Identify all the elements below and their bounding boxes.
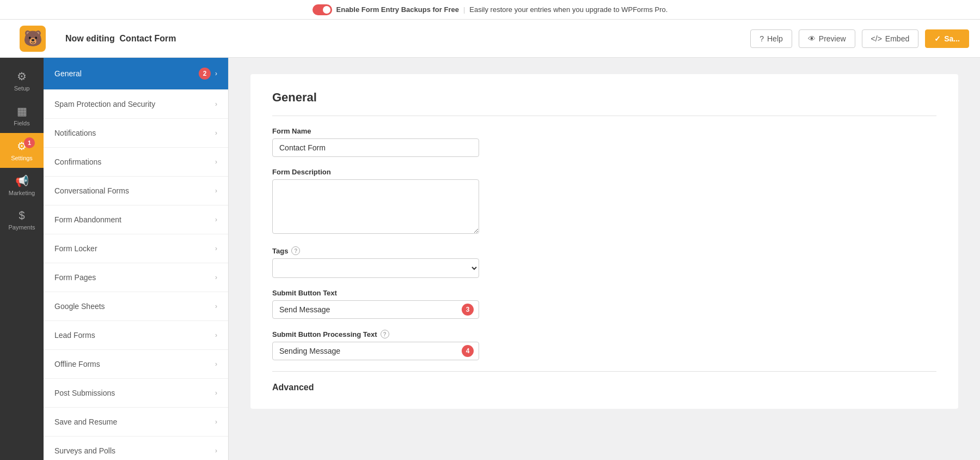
banner-description: Easily restore your entries when you upg… [469, 5, 667, 14]
abandonment-label: Form Abandonment [54, 215, 121, 224]
sidebar-item-payments[interactable]: $ Payments [0, 203, 44, 237]
submit-text-label: Submit Button Text [272, 289, 936, 297]
settings-item-spam[interactable]: Spam Protection and Security › [44, 90, 228, 119]
post-submissions-label: Post Submissions [54, 389, 115, 397]
help-icon: ? [759, 34, 764, 43]
lead-forms-chevron: › [215, 331, 217, 339]
save-resume-label: Save and Resume [54, 417, 117, 426]
save-label: Sa... [944, 34, 960, 43]
conversational-label: Conversational Forms [54, 186, 129, 195]
spam-chevron: › [215, 100, 217, 108]
settings-item-save-resume[interactable]: Save and Resume › [44, 408, 228, 437]
section-divider [272, 116, 936, 116]
setup-label: Setup [14, 85, 30, 92]
section-title: General [272, 90, 936, 105]
form-name-group: Form Name [272, 127, 936, 157]
embed-button[interactable]: </> Embed [862, 29, 919, 48]
logo-area: 🐻 [11, 26, 54, 52]
processing-help-icon[interactable]: ? [381, 330, 389, 338]
settings-item-pages[interactable]: Form Pages › [44, 263, 228, 292]
surveys-chevron: › [215, 447, 217, 455]
general-chevron: › [215, 70, 217, 77]
form-name-label: Form Name [272, 127, 936, 135]
save-button[interactable]: ✓ Sa... [925, 29, 969, 48]
settings-label: Settings [11, 155, 33, 161]
settings-item-locker[interactable]: Form Locker › [44, 234, 228, 263]
advanced-divider [272, 371, 936, 372]
preview-button[interactable]: 👁 Preview [799, 29, 855, 48]
offline-label: Offline Forms [54, 360, 100, 368]
sidebar-item-setup[interactable]: ⚙ Setup [0, 63, 44, 98]
fields-label: Fields [14, 120, 29, 126]
main-content: General Form Name Form Description Tags … [229, 58, 980, 460]
preview-label: Preview [819, 34, 846, 43]
post-submissions-chevron: › [215, 389, 217, 397]
general-right: 2 › [199, 68, 217, 80]
google-sheets-label: Google Sheets [54, 302, 105, 311]
processing-text-group: Submit Button Processing Text ? 4 [272, 330, 936, 360]
app-header: 🐻 Now editing Contact Form ? Help 👁 Prev… [0, 20, 980, 58]
settings-item-conversational[interactable]: Conversational Forms › [44, 177, 228, 205]
settings-item-post-submissions[interactable]: Post Submissions › [44, 379, 228, 408]
form-description-group: Form Description [272, 168, 936, 235]
notifications-label: Notifications [54, 129, 96, 137]
content-panel: General Form Name Form Description Tags … [250, 74, 958, 409]
processing-text-input[interactable] [272, 342, 479, 360]
marketing-icon: 📢 [15, 174, 29, 187]
locker-label: Form Locker [54, 244, 97, 253]
help-button[interactable]: ? Help [750, 29, 792, 48]
settings-item-general[interactable]: General 2 › [44, 58, 228, 90]
offline-chevron: › [215, 360, 217, 368]
abandonment-chevron: › [215, 216, 217, 223]
form-name-input[interactable] [272, 138, 479, 157]
preview-icon: 👁 [808, 34, 816, 43]
confirmations-chevron: › [215, 158, 217, 166]
form-description-input[interactable] [272, 179, 479, 234]
banner-separator: | [463, 5, 465, 14]
sidebar-item-fields[interactable]: ▦ Fields [0, 98, 44, 133]
settings-item-abandonment[interactable]: Form Abandonment › [44, 205, 228, 234]
advanced-title: Advanced [272, 383, 936, 392]
sidebar-item-settings[interactable]: ⚙ Settings 1 [0, 133, 44, 168]
payments-icon: $ [19, 209, 24, 222]
locker-chevron: › [215, 245, 217, 252]
save-icon: ✓ [934, 34, 941, 43]
settings-item-google-sheets[interactable]: Google Sheets › [44, 292, 228, 321]
conversational-chevron: › [215, 187, 217, 195]
editing-prefix: Now editing [65, 34, 115, 43]
settings-badge: 1 [24, 137, 35, 148]
form-description-label: Form Description [272, 168, 936, 176]
marketing-label: Marketing [9, 190, 35, 196]
banner-toggle-label: Enable Form Entry Backups for Free [336, 5, 459, 14]
submit-text-badge: 3 [462, 304, 474, 316]
icon-sidebar: ⚙ Setup ▦ Fields ⚙ Settings 1 📢 Marketin… [0, 58, 44, 460]
header-actions: ? Help 👁 Preview </> Embed ✓ Sa... [750, 29, 969, 48]
settings-item-lead-forms[interactable]: Lead Forms › [44, 321, 228, 350]
processing-text-input-wrapper: 4 [272, 342, 479, 360]
tags-help-icon[interactable]: ? [291, 246, 300, 255]
notifications-chevron: › [215, 129, 217, 137]
fields-icon: ▦ [17, 105, 27, 118]
pages-chevron: › [215, 274, 217, 281]
editing-label: Now editing Contact Form [65, 34, 750, 44]
settings-item-notifications[interactable]: Notifications › [44, 119, 228, 148]
surveys-label: Surveys and Polls [54, 446, 115, 455]
backup-toggle[interactable] [313, 4, 332, 15]
settings-item-confirmations[interactable]: Confirmations › [44, 148, 228, 177]
tags-label: Tags ? [272, 246, 936, 255]
general-label: General [54, 69, 82, 78]
settings-sidebar: General 2 › Spam Protection and Security… [44, 58, 229, 460]
settings-item-surveys[interactable]: Surveys and Polls › [44, 437, 228, 460]
submit-text-input[interactable] [272, 300, 479, 319]
general-badge: 2 [199, 68, 211, 80]
top-banner: Enable Form Entry Backups for Free | Eas… [0, 0, 980, 20]
logo-bear: 🐻 [20, 26, 46, 52]
tags-select[interactable] [272, 258, 479, 278]
settings-item-offline[interactable]: Offline Forms › [44, 350, 228, 379]
sidebar-item-marketing[interactable]: 📢 Marketing [0, 168, 44, 203]
pages-label: Form Pages [54, 273, 96, 282]
form-name-header: Contact Form [120, 34, 176, 43]
save-resume-chevron: › [215, 418, 217, 426]
embed-label: Embed [885, 34, 909, 43]
tags-group: Tags ? [272, 246, 936, 278]
